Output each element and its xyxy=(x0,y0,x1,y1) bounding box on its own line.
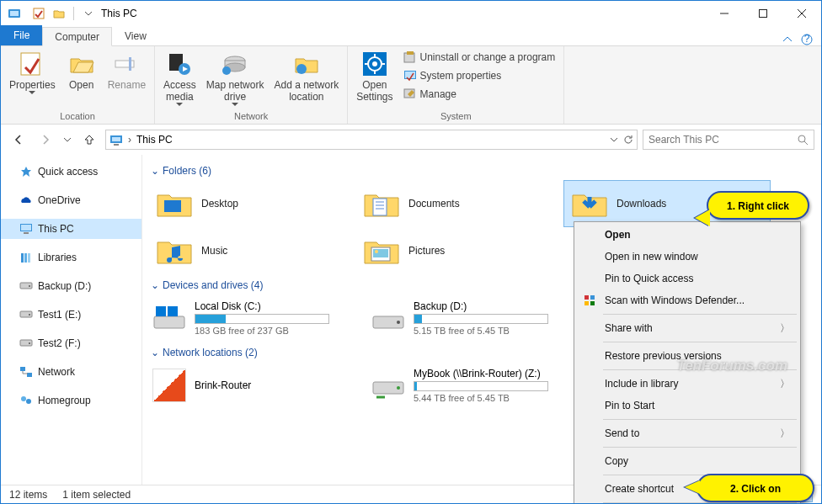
open-button[interactable]: Open xyxy=(62,48,101,91)
tab-computer[interactable]: Computer xyxy=(42,27,112,46)
nav-pane: Quick access OneDrive This PC Libraries … xyxy=(1,155,142,485)
svg-point-61 xyxy=(375,250,378,253)
app-icon xyxy=(6,5,23,22)
svg-rect-39 xyxy=(21,225,31,231)
address-dropdown-icon[interactable] xyxy=(610,135,618,144)
access-media-button[interactable]: Access media xyxy=(160,48,200,107)
nav-quick-access[interactable]: Quick access xyxy=(1,162,141,182)
status-items: 12 items xyxy=(9,489,47,501)
ctx-share-with[interactable]: Share with〉 xyxy=(576,317,798,339)
properties-button[interactable]: Properties xyxy=(6,48,59,95)
context-menu: Open Open in new window Pin to Quick acc… xyxy=(574,221,801,504)
add-network-location-button[interactable]: Add a network location xyxy=(270,48,342,103)
nav-test2-drive[interactable]: Test2 (F:) xyxy=(1,333,141,353)
address-bar[interactable]: › This PC xyxy=(105,130,638,150)
drive-local-c[interactable]: Local Disk (C:)183 GB free of 237 GB xyxy=(149,294,351,342)
qat-properties-icon[interactable] xyxy=(29,4,48,23)
qat-customize-icon[interactable] xyxy=(79,4,98,23)
quick-access-toolbar xyxy=(6,4,98,23)
callout-1: 1. Right click xyxy=(707,191,809,220)
nav-history-button[interactable] xyxy=(61,129,73,151)
search-input[interactable] xyxy=(649,134,797,146)
svg-rect-11 xyxy=(129,57,131,71)
this-pc-icon xyxy=(19,222,33,236)
nav-backup-drive[interactable]: Backup (D:) xyxy=(1,276,141,296)
ctx-include-library[interactable]: Include in library〉 xyxy=(576,373,798,395)
close-button[interactable] xyxy=(782,1,821,26)
svg-rect-81 xyxy=(590,301,595,305)
dropdown-icon xyxy=(29,91,35,95)
svg-rect-43 xyxy=(28,253,30,263)
svg-rect-79 xyxy=(590,295,595,300)
open-settings-button[interactable]: Open Settings xyxy=(353,48,396,103)
ribbon: Properties Open Rename Location Access m… xyxy=(1,46,821,125)
svg-rect-50 xyxy=(20,367,25,371)
settings-icon xyxy=(361,50,388,77)
ctx-send-to[interactable]: Send to〉 xyxy=(576,422,798,444)
folder-music[interactable]: Music xyxy=(149,227,356,274)
nav-libraries[interactable]: Libraries xyxy=(1,247,141,268)
svg-point-49 xyxy=(29,342,30,344)
folder-pictures[interactable]: Pictures xyxy=(356,227,563,274)
minimize-button[interactable] xyxy=(705,1,744,26)
properties-icon xyxy=(19,50,45,77)
nav-forward-button[interactable] xyxy=(35,129,56,151)
svg-rect-63 xyxy=(156,306,166,316)
ctx-restore-versions[interactable]: Restore previous versions xyxy=(576,345,798,367)
svg-rect-78 xyxy=(584,295,589,300)
libraries-icon xyxy=(19,251,33,264)
ctx-pin-quick-access[interactable]: Pin to Quick access xyxy=(576,268,798,289)
svg-point-35 xyxy=(798,135,805,142)
search-icon xyxy=(797,134,809,146)
uninstall-program-button[interactable]: Uninstall or change a program xyxy=(400,48,559,66)
folder-documents[interactable]: Documents xyxy=(356,180,563,227)
system-properties-button[interactable]: System properties xyxy=(400,66,559,85)
add-network-label: Add a network location xyxy=(274,79,339,103)
rename-icon xyxy=(113,50,140,77)
tab-file[interactable]: File xyxy=(1,25,42,45)
ctx-scan-defender[interactable]: Scan with Windows Defender... xyxy=(576,289,798,311)
svg-rect-1 xyxy=(10,11,19,16)
svg-rect-46 xyxy=(20,311,32,317)
submenu-arrow-icon: 〉 xyxy=(780,377,790,391)
breadcrumb-chevron-icon[interactable]: › xyxy=(128,134,131,146)
nav-this-pc[interactable]: This PC xyxy=(1,219,141,239)
qat-new-folder-icon[interactable] xyxy=(50,4,68,23)
uninstall-icon xyxy=(403,50,417,64)
rename-button[interactable]: Rename xyxy=(104,48,149,91)
manage-button[interactable]: Manage xyxy=(400,85,559,103)
tab-view[interactable]: View xyxy=(112,26,159,45)
ctx-copy[interactable]: Copy xyxy=(576,450,798,472)
svg-rect-40 xyxy=(24,232,29,234)
nav-back-button[interactable] xyxy=(8,129,29,151)
svg-point-18 xyxy=(222,66,231,75)
ribbon-group-location: Properties Open Rename Location xyxy=(1,46,155,124)
drive-backup-d[interactable]: Backup (D:)5.15 TB free of 5.45 TB xyxy=(368,294,570,342)
ribbon-collapse[interactable]: ? xyxy=(782,34,821,45)
access-media-icon xyxy=(166,50,193,77)
submenu-arrow-icon: 〉 xyxy=(780,427,790,441)
nav-network[interactable]: Network xyxy=(1,362,141,382)
search-box[interactable] xyxy=(643,130,814,150)
refresh-icon[interactable] xyxy=(623,135,633,145)
svg-point-53 xyxy=(26,399,31,404)
netloc-mybook-z[interactable]: MyBook (\\Brink-Router) (Z:)5.44 TB free… xyxy=(368,362,570,409)
dropdown-icon xyxy=(176,103,183,107)
folder-icon xyxy=(363,187,400,220)
netloc-brink-router[interactable]: Brink-Router xyxy=(149,362,351,409)
nav-onedrive[interactable]: OneDrive xyxy=(1,190,141,210)
status-selected: 1 item selected xyxy=(62,489,131,501)
ctx-pin-start[interactable]: Pin to Start xyxy=(576,395,798,416)
nav-test1-drive[interactable]: Test1 (E:) xyxy=(1,305,141,325)
folders-header[interactable]: ⌄Folders (6) xyxy=(149,160,813,180)
maximize-button[interactable] xyxy=(744,1,782,26)
nav-homegroup[interactable]: Homegroup xyxy=(1,390,141,411)
ctx-open[interactable]: Open xyxy=(576,224,798,246)
nav-up-button[interactable] xyxy=(78,129,100,151)
capacity-bar xyxy=(414,314,548,324)
map-drive-button[interactable]: Map network drive xyxy=(203,48,268,107)
ctx-open-new-window[interactable]: Open in new window xyxy=(576,246,798,268)
svg-rect-80 xyxy=(584,301,589,305)
map-drive-label: Map network drive xyxy=(206,79,264,103)
folder-desktop[interactable]: Desktop xyxy=(149,180,356,227)
